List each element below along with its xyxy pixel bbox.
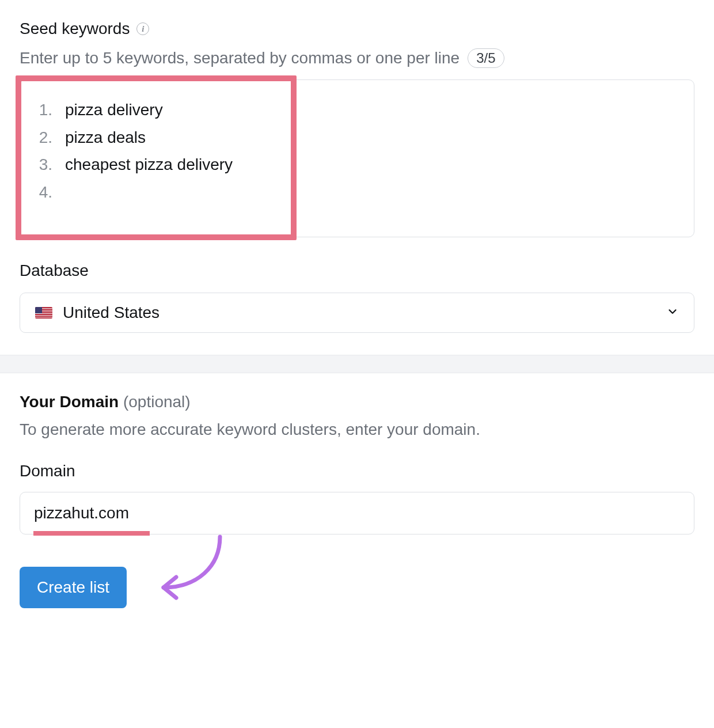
keyword-item: 1. pizza delivery: [37, 96, 677, 124]
database-label: Database: [20, 261, 694, 280]
keyword-index: 2.: [37, 124, 52, 151]
your-domain-description: To generate more accurate keyword cluste…: [20, 420, 694, 439]
keyword-input-box[interactable]: 1. pizza delivery 2. pizza deals 3. chea…: [20, 79, 694, 237]
section-divider: [0, 355, 714, 373]
keyword-item: 2. pizza deals: [37, 124, 677, 151]
keyword-list: 1. pizza delivery 2. pizza deals 3. chea…: [37, 96, 677, 206]
your-domain-heading-row: Your Domain (optional): [20, 393, 694, 411]
keyword-text: pizza deals: [65, 124, 146, 151]
keyword-index: 1.: [37, 96, 52, 124]
chevron-down-icon: [666, 305, 679, 320]
seed-keywords-label: Seed keywords: [20, 20, 130, 38]
keyword-item: 3. cheapest pizza delivery: [37, 151, 677, 179]
seed-label-row: Seed keywords i: [20, 20, 694, 38]
create-list-button[interactable]: Create list: [20, 567, 127, 608]
us-flag-icon: [35, 307, 52, 318]
info-icon[interactable]: i: [136, 22, 149, 35]
seed-keywords-section: Seed keywords i Enter up to 5 keywords, …: [0, 0, 714, 333]
domain-input-wrap: [20, 492, 694, 534]
domain-input-label: Domain: [20, 462, 694, 480]
domain-input[interactable]: [20, 492, 694, 534]
keyword-item-empty: 4.: [37, 179, 677, 206]
keyword-index: 3.: [37, 151, 52, 179]
keyword-text: cheapest pizza delivery: [65, 151, 233, 179]
annotation-arrow-icon: [151, 532, 255, 613]
your-domain-heading: Your Domain: [20, 393, 119, 411]
database-selected-value: United States: [63, 304, 656, 322]
seed-helper-text: Enter up to 5 keywords, separated by com…: [20, 49, 459, 67]
optional-label: (optional): [123, 393, 191, 411]
your-domain-section: Your Domain (optional) To generate more …: [0, 373, 714, 631]
keyword-index: 4.: [37, 179, 52, 206]
action-row: Create list: [20, 567, 694, 631]
keyword-text: pizza delivery: [65, 96, 163, 124]
seed-helper-row: Enter up to 5 keywords, separated by com…: [20, 48, 694, 68]
keyword-counter: 3/5: [468, 48, 504, 68]
database-select[interactable]: United States: [20, 293, 694, 333]
